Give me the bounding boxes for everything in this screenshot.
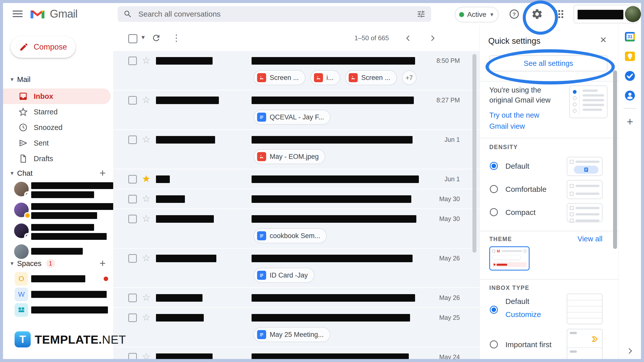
email-checkbox[interactable] <box>128 96 137 105</box>
new-space-button[interactable]: + <box>99 258 106 269</box>
space-item[interactable] <box>3 302 113 318</box>
email-row[interactable]: ☆8:27 PMQCEVAL - Jay F... <box>113 90 479 130</box>
chat-contact[interactable] <box>3 201 113 221</box>
keep-icon[interactable] <box>623 50 636 63</box>
view-note-line2: original Gmail view <box>489 95 550 105</box>
older-page-icon[interactable] <box>429 25 436 51</box>
email-checkbox[interactable] <box>128 353 137 359</box>
email-checkbox[interactable] <box>128 57 137 65</box>
close-icon[interactable]: × <box>600 34 607 45</box>
star-outline-icon[interactable]: ☆ <box>142 252 150 264</box>
newer-page-icon[interactable] <box>405 25 412 51</box>
email-checkbox[interactable] <box>128 294 137 302</box>
calendar-icon[interactable]: 31 <box>623 30 636 43</box>
space-item[interactable]: O <box>3 271 113 287</box>
sidebar-item-drafts[interactable]: Drafts <box>3 151 111 166</box>
panel-scrollbar[interactable] <box>613 70 617 249</box>
sidebar-item-inbox[interactable]: Inbox <box>3 88 111 104</box>
new-chat-button[interactable]: + <box>99 168 106 178</box>
star-outline-icon[interactable]: ☆ <box>142 351 150 359</box>
more-attachments-chip[interactable]: +7 <box>402 70 417 85</box>
docs-attachment-icon <box>257 113 266 122</box>
sidebar-item-sent[interactable]: Sent <box>3 135 111 151</box>
email-checkbox[interactable] <box>128 135 137 144</box>
collapse-caret-icon: ▼ <box>10 261 17 266</box>
email-checkbox[interactable] <box>128 175 137 184</box>
image-attachment-icon <box>349 73 358 82</box>
theme-thumbnail[interactable]: M <box>489 246 530 270</box>
radio-selected[interactable] <box>490 306 498 314</box>
compose-button[interactable]: Compose <box>11 36 75 58</box>
attachment-chip[interactable]: Screen ... <box>254 70 305 85</box>
tasks-icon[interactable] <box>623 69 636 82</box>
account-avatar[interactable] <box>625 6 641 22</box>
search-bar[interactable]: Search all conversations <box>118 6 431 22</box>
away-clock-badge-icon <box>24 212 31 219</box>
email-checkbox[interactable] <box>128 195 137 203</box>
attachment-chip[interactable]: Screen ... <box>345 70 397 85</box>
attachment-chip[interactable]: May 25 Meeting... <box>254 327 330 342</box>
customize-link[interactable]: Customize <box>505 310 541 319</box>
star-filled-icon[interactable]: ★ <box>142 173 150 185</box>
chat-contact[interactable] <box>3 180 113 201</box>
select-all-checkbox[interactable] <box>128 34 137 43</box>
star-outline-icon[interactable]: ☆ <box>142 54 150 67</box>
email-checkbox[interactable] <box>128 254 137 263</box>
radio-unselected[interactable] <box>490 340 498 348</box>
contacts-icon[interactable] <box>623 89 636 102</box>
attachment-chip[interactable]: cookbook Sem... <box>254 228 327 243</box>
status-dropdown[interactable]: Active ▼ <box>455 7 499 22</box>
attachment-chip[interactable]: May - EOM.jpeg <box>254 149 325 164</box>
email-row[interactable]: ☆May 25May 25 Meeting... <box>113 308 479 347</box>
email-row[interactable]: ★Jun 1 <box>113 169 479 189</box>
select-dropdown-caret-icon[interactable]: ▼ <box>140 34 146 41</box>
list-scrollbar[interactable] <box>472 54 476 253</box>
density-option-comfortable[interactable]: Comfortable <box>480 179 619 200</box>
email-row[interactable]: ☆May 26ID Card -Jay <box>113 249 479 288</box>
chat-section-header[interactable]: ▼ Chat + <box>3 167 113 180</box>
space-item[interactable]: W <box>3 287 113 302</box>
refresh-icon[interactable] <box>150 32 162 44</box>
email-row[interactable]: ☆May 26 <box>113 288 479 308</box>
menu-icon[interactable] <box>13 10 23 18</box>
star-outline-icon[interactable]: ☆ <box>142 291 150 304</box>
tune-icon[interactable] <box>417 10 426 19</box>
density-option-default[interactable]: Default <box>480 156 619 176</box>
inbox-type-option-important-first[interactable]: Important first <box>480 330 619 359</box>
attachment-chip[interactable]: QCEVAL - Jay F... <box>254 110 331 125</box>
email-row[interactable]: ☆May 30cookbook Sem... <box>113 209 479 249</box>
more-options-icon[interactable]: ⋮ <box>171 32 182 44</box>
star-outline-icon[interactable]: ☆ <box>142 193 150 205</box>
email-checkbox[interactable] <box>128 313 137 322</box>
sidebar-item-starred[interactable]: Starred <box>3 104 111 120</box>
email-checkbox[interactable] <box>128 215 137 223</box>
email-row[interactable]: ☆May 30 <box>113 189 479 209</box>
add-icon[interactable]: + <box>623 115 636 128</box>
email-row[interactable]: ☆8:50 PMScreen ...i...Screen ...+7 <box>113 51 479 90</box>
sidebar-item-snoozed[interactable]: Snoozed <box>3 120 111 135</box>
chat-contact[interactable] <box>3 221 113 242</box>
inbox-type-option-default[interactable]: DefaultCustomize <box>480 294 619 326</box>
density-option-compact[interactable]: Compact <box>480 203 619 223</box>
radio-unselected[interactable] <box>490 208 498 216</box>
expand-panel-icon[interactable] <box>623 344 636 357</box>
help-icon[interactable]: ? <box>508 8 520 20</box>
account-chip[interactable] <box>574 5 638 23</box>
attachment-chip[interactable]: ID Card -Jay <box>254 268 314 283</box>
star-outline-icon[interactable]: ☆ <box>142 133 150 146</box>
radio-selected[interactable] <box>490 162 498 170</box>
try-new-view-link-line2[interactable]: Gmail view <box>489 121 525 131</box>
star-outline-icon[interactable]: ☆ <box>142 212 150 225</box>
attachment-chips: cookbook Sem... <box>254 228 479 248</box>
radio-unselected[interactable] <box>490 185 498 193</box>
star-outline-icon[interactable]: ☆ <box>142 94 150 106</box>
star-outline-icon[interactable]: ☆ <box>142 311 150 324</box>
search-input[interactable]: Search all conversations <box>138 10 417 18</box>
try-new-view-link-line1[interactable]: Try out the new <box>489 110 539 120</box>
email-row[interactable]: ☆May 24 <box>113 347 479 359</box>
attachment-chip[interactable]: i... <box>310 70 340 85</box>
email-row[interactable]: ☆Jun 1May - EOM.jpeg <box>113 130 479 169</box>
spaces-section-header[interactable]: ▼ Spaces 1 + <box>3 257 113 270</box>
theme-view-all-link[interactable]: View all <box>578 235 602 243</box>
mail-section-header[interactable]: ▼ Mail <box>3 73 113 86</box>
